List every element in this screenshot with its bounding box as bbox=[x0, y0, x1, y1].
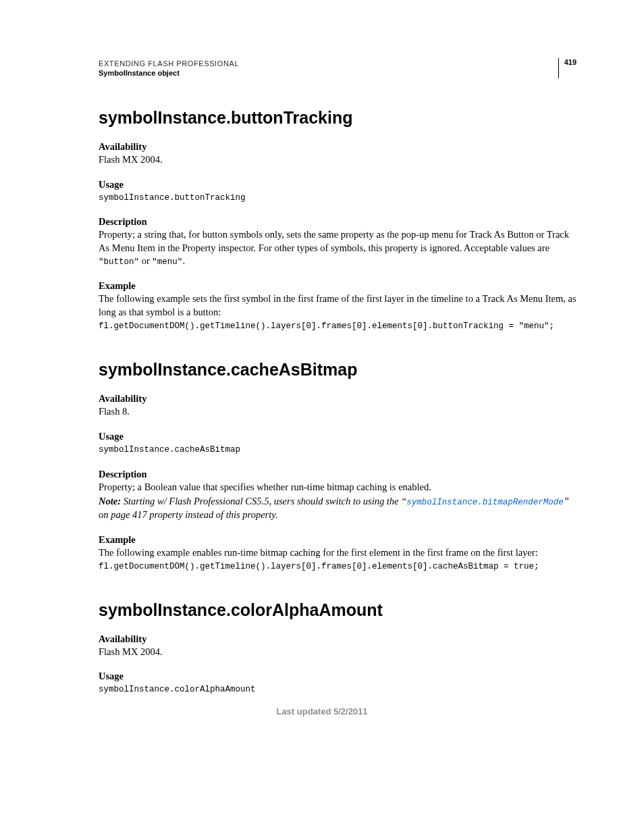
example-text: The following example sets the first sym… bbox=[99, 292, 576, 319]
note-prefix: Note: bbox=[99, 496, 121, 506]
availability-label: Availability bbox=[99, 393, 576, 405]
example-text: The following example enables run-time b… bbox=[99, 546, 576, 560]
example-label: Example bbox=[99, 534, 576, 546]
usage-code: symbolInstance.cacheAsBitmap bbox=[99, 444, 576, 457]
usage-code: symbolInstance.colorAlphaAmount bbox=[99, 683, 576, 696]
description-label: Description bbox=[99, 469, 576, 480]
api-heading: symbolInstance.colorAlphaAmount bbox=[99, 600, 576, 620]
api-heading: symbolInstance.cacheAsBitmap bbox=[99, 360, 576, 380]
running-header: EXTENDING FLASH PROFESSIONAL SymbolInsta… bbox=[99, 59, 576, 78]
usage-label: Usage bbox=[99, 671, 576, 682]
page-number: 419 bbox=[558, 58, 576, 78]
inline-code: "button" bbox=[99, 257, 139, 267]
body-text: or bbox=[139, 255, 152, 266]
section-buttonTracking: symbolInstance.buttonTracking Availabili… bbox=[99, 108, 576, 333]
usage-label: Usage bbox=[99, 179, 576, 190]
page-footer: Last updated 5/2/2011 bbox=[0, 706, 644, 716]
availability-text: Flash MX 2004. bbox=[99, 646, 576, 659]
page-body: EXTENDING FLASH PROFESSIONAL SymbolInsta… bbox=[0, 0, 644, 748]
availability-label: Availability bbox=[99, 141, 576, 153]
inline-code: "menu" bbox=[152, 257, 182, 267]
availability-text: Flash MX 2004. bbox=[99, 153, 576, 167]
api-heading: symbolInstance.buttonTracking bbox=[99, 108, 576, 128]
usage-label: Usage bbox=[99, 431, 576, 442]
section-name: SymbolInstance object bbox=[99, 69, 558, 77]
availability-label: Availability bbox=[99, 633, 576, 645]
description-label: Description bbox=[99, 216, 576, 228]
availability-text: Flash 8. bbox=[99, 405, 576, 419]
example-code: fl.getDocumentDOM().getTimeline().layers… bbox=[99, 320, 576, 333]
cross-reference-link[interactable]: symbolInstance.bitmapRenderMode bbox=[406, 498, 564, 507]
body-text: . bbox=[182, 255, 185, 266]
description-text: Property; a string that, for button symb… bbox=[99, 228, 576, 268]
note-text: Note: Starting w/ Flash Professional CS5… bbox=[99, 495, 576, 521]
section-cacheAsBitmap: symbolInstance.cacheAsBitmap Availabilit… bbox=[99, 360, 576, 573]
body-text: Property; a string that, for button symb… bbox=[99, 229, 569, 253]
example-code: fl.getDocumentDOM().getTimeline().layers… bbox=[99, 561, 576, 573]
description-text: Property; a Boolean value that specifies… bbox=[99, 481, 576, 494]
section-colorAlphaAmount: symbolInstance.colorAlphaAmount Availabi… bbox=[99, 600, 576, 696]
doc-title: EXTENDING FLASH PROFESSIONAL bbox=[99, 59, 558, 68]
running-header-left: EXTENDING FLASH PROFESSIONAL SymbolInsta… bbox=[99, 59, 558, 77]
usage-code: symbolInstance.buttonTracking bbox=[99, 192, 576, 205]
example-label: Example bbox=[99, 280, 576, 292]
note-body-a: Starting w/ Flash Professional CS5.5, us… bbox=[121, 496, 406, 506]
